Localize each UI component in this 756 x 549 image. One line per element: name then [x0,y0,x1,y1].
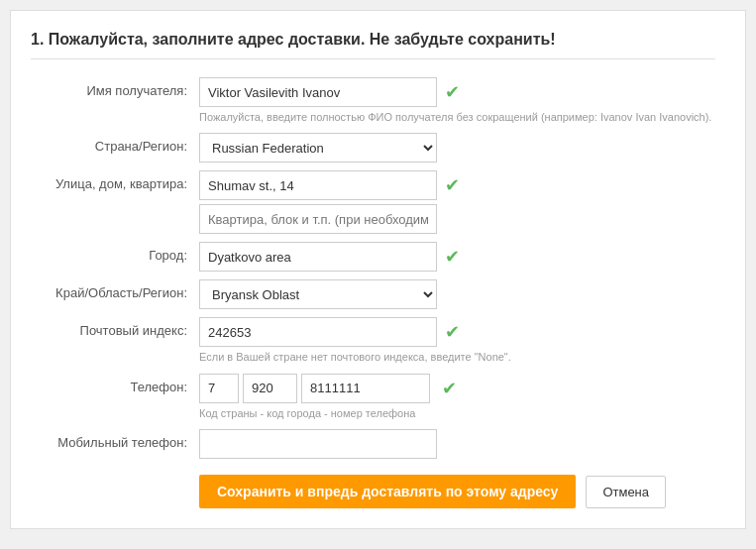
phone-hint: Код страны - код города - номер телефона [199,406,715,421]
phone-country-input[interactable] [199,374,239,403]
country-row: Страна/Регион: Russian Federation [31,133,715,163]
phone-input-row: ✔ [199,374,715,403]
mobile-field [199,429,715,459]
phone-number-input[interactable] [301,374,430,403]
postal-check-icon: ✔ [445,323,460,341]
street-label: Улица, дом, квартира: [31,170,199,191]
street-field: ✔ [199,170,715,234]
postal-row: Почтовый индекс: ✔ Если в Вашей стране н… [31,317,715,365]
street-input[interactable] [199,170,437,200]
phone-label: Телефон: [31,374,199,394]
city-field: ✔ [199,242,715,272]
phone-field: ✔ Код страны - код города - номер телефо… [199,374,715,421]
recipient-field: ✔ Пожалуйста, введите полностью ФИО полу… [199,77,715,125]
button-row: Сохранить и впредь доставлять по этому а… [31,475,715,508]
country-select[interactable]: Russian Federation [199,133,437,163]
street-row: Улица, дом, квартира: ✔ [31,170,715,234]
postal-input[interactable] [199,317,437,347]
mobile-row: Мобильный телефон: [31,429,715,459]
postal-input-row: ✔ [199,317,715,347]
country-input-row: Russian Federation [199,133,715,163]
recipient-hint: Пожалуйста, введите полностью ФИО получа… [199,110,715,125]
region-label: Край/Область/Регион: [31,279,199,300]
region-field: Bryansk Oblast [199,279,715,309]
postal-label: Почтовый индекс: [31,317,199,338]
phone-check-icon: ✔ [442,380,457,397]
save-button[interactable]: Сохранить и впредь доставлять по этому а… [199,475,576,508]
recipient-input[interactable] [199,77,437,107]
city-check-icon: ✔ [445,248,460,266]
main-container: 1. Пожалуйста, заполните адрес доставки.… [10,10,746,529]
phone-city-input[interactable] [243,374,297,403]
recipient-input-row: ✔ [199,77,715,107]
cancel-button[interactable]: Отмена [586,476,666,508]
mobile-input-row [199,429,715,459]
recipient-row: Имя получателя: ✔ Пожалуйста, введите по… [31,77,715,125]
phone-row: Телефон: ✔ Код страны - код города - ном… [31,374,715,421]
region-select[interactable]: Bryansk Oblast [199,279,437,309]
mobile-label: Мобильный телефон: [31,429,199,450]
city-input-row: ✔ [199,242,715,272]
city-row: Город: ✔ [31,242,715,272]
postal-field: ✔ Если в Вашей стране нет почтового инде… [199,317,715,365]
mobile-input[interactable] [199,429,437,459]
postal-hint: Если в Вашей стране нет почтового индекс… [199,350,715,365]
recipient-label: Имя получателя: [31,77,199,98]
region-row: Край/Область/Регион: Bryansk Oblast [31,279,715,309]
street-check-icon: ✔ [445,176,460,194]
page-title: 1. Пожалуйста, заполните адрес доставки.… [31,31,715,59]
street-extra-input[interactable] [199,204,437,234]
region-input-row: Bryansk Oblast [199,279,715,309]
city-label: Город: [31,242,199,263]
country-label: Страна/Регион: [31,133,199,154]
street-input-row: ✔ [199,170,715,200]
country-field: Russian Federation [199,133,715,163]
recipient-check-icon: ✔ [445,83,460,101]
city-input[interactable] [199,242,437,272]
